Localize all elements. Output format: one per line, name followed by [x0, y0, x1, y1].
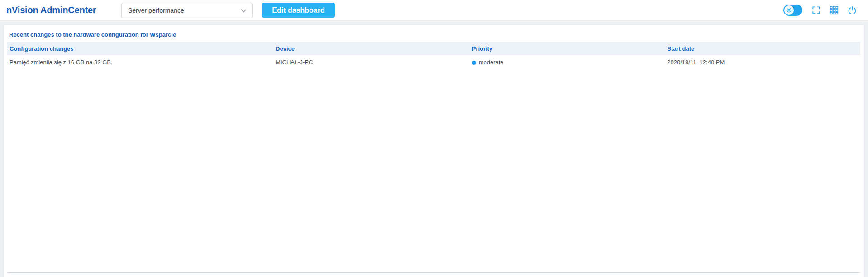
chevron-down-icon: [241, 9, 247, 13]
widget-footer-divider: [8, 272, 860, 273]
cell-start-date: 2020/19/11, 12:40 PM: [665, 55, 860, 69]
column-header-start-date[interactable]: Start date: [665, 42, 860, 55]
power-icon[interactable]: [848, 6, 857, 15]
table-header-row: Configuration changes Device Priority St…: [7, 42, 860, 55]
cell-device: MICHAL-J-PC: [273, 55, 470, 69]
brightness-icon: [784, 5, 794, 15]
priority-dot-icon: [472, 61, 476, 65]
column-header-configuration-changes[interactable]: Configuration changes: [7, 42, 273, 55]
column-header-device[interactable]: Device: [273, 42, 470, 55]
apps-grid-icon[interactable]: [830, 6, 839, 15]
cell-priority: moderate: [470, 55, 665, 69]
theme-toggle[interactable]: [783, 5, 802, 16]
hardware-changes-table: Configuration changes Device Priority St…: [7, 42, 860, 69]
widget-title: Recent changes to the hardware configura…: [4, 25, 864, 42]
topbar-icon-group: [783, 0, 857, 20]
recent-changes-widget: Recent changes to the hardware configura…: [4, 25, 864, 277]
dashboard-select-value: Server performance: [128, 7, 184, 14]
fullscreen-icon[interactable]: [811, 6, 820, 15]
edit-dashboard-button[interactable]: Edit dashboard: [262, 3, 335, 18]
dashboard-select[interactable]: Server performance: [121, 3, 253, 18]
priority-label: moderate: [479, 59, 504, 66]
table-row[interactable]: Pamięć zmieniła się z 16 GB na 32 GB. MI…: [7, 55, 860, 69]
app-logo[interactable]: nVision AdminCenter: [6, 0, 96, 20]
cell-configuration-change: Pamięć zmieniła się z 16 GB na 32 GB.: [7, 55, 273, 69]
top-bar: nVision AdminCenter Server performance E…: [0, 0, 868, 21]
column-header-priority[interactable]: Priority: [470, 42, 665, 55]
